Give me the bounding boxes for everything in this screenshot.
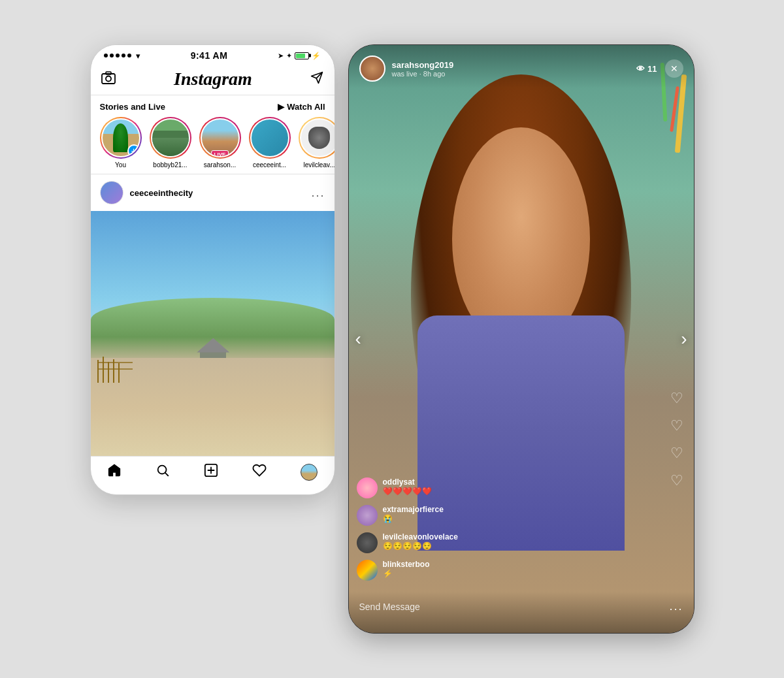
- comment-text-3: 😌😌😌😌😌: [383, 541, 458, 551]
- svg-rect-0: [102, 74, 115, 84]
- story-ring-bobby: [150, 117, 191, 159]
- post-more-button[interactable]: ...: [311, 186, 325, 200]
- svg-point-1: [106, 76, 111, 81]
- status-time: 9:41 AM: [191, 50, 228, 61]
- comment-username-2: extramajorfierce: [383, 505, 444, 514]
- story-item-sarah[interactable]: LIVE sarahson...: [199, 117, 241, 169]
- story-item-levil[interactable]: levilcleav...: [299, 117, 335, 169]
- floating-hearts: ♡ ♡ ♡ ♡: [670, 390, 683, 489]
- story-label-you: You: [115, 161, 126, 169]
- live-next-button[interactable]: ›: [681, 329, 687, 349]
- story-ring-you: +: [100, 117, 142, 159]
- story-ring-ceecee: [249, 117, 291, 159]
- story-label-bobby: bobbyb21...: [153, 161, 187, 169]
- right-phone: sarahsong2019 was live · 8h ago 👁 11 ✕ ‹…: [348, 44, 694, 634]
- comment-row-2: extramajorfierce 😭: [357, 505, 686, 526]
- comment-content-3: levilcleavonlovelace 😌😌😌😌😌: [383, 532, 458, 551]
- post-username: ceeceeinthecity: [130, 188, 193, 198]
- live-prev-button[interactable]: ‹: [355, 329, 361, 349]
- comment-avatar-extramajor: [357, 505, 378, 526]
- float-heart-1: ♡: [670, 390, 683, 407]
- add-post-button[interactable]: [204, 463, 218, 481]
- watch-all-button[interactable]: ▶ Watch All: [278, 102, 325, 112]
- status-bar: ▾ 9:41 AM ➤ ✦ ⚡: [91, 45, 335, 63]
- add-story-button[interactable]: +: [127, 144, 140, 157]
- send-message-area[interactable]: Send Message ...: [359, 600, 683, 613]
- float-heart-2: ♡: [670, 417, 683, 434]
- beach-fence: [97, 357, 120, 383]
- story-label-ceecee: ceeceeint...: [253, 161, 286, 169]
- comment-text-1: ❤️❤️❤️❤️❤️: [383, 487, 432, 496]
- comments-section: oddlysat ❤️❤️❤️❤️❤️ extramajorfierce 😭 l…: [349, 477, 694, 587]
- left-phone: ▾ 9:41 AM ➤ ✦ ⚡ Instagram: [90, 44, 335, 495]
- live-username: sarahsong2019: [392, 60, 454, 70]
- live-user-avatar: [359, 56, 385, 82]
- post-image: [91, 211, 335, 456]
- send-message-label[interactable]: Send Message: [359, 602, 420, 612]
- story-ring-sarah: LIVE: [199, 117, 241, 159]
- signal-dots: ▾: [104, 51, 140, 61]
- live-header: sarahsong2019 was live · 8h ago 👁 11 ✕: [349, 45, 694, 88]
- post-header: ceeceeinthecity ...: [91, 174, 335, 211]
- live-viewers: 👁 11: [636, 64, 657, 74]
- instagram-logo: Instagram: [174, 69, 252, 89]
- comment-row-3: levilcleavonlovelace 😌😌😌😌😌: [357, 532, 686, 553]
- story-avatar-ceecee: [250, 118, 289, 157]
- stories-row: + You bobbyb21...: [91, 117, 335, 169]
- float-heart-3: ♡: [670, 445, 683, 462]
- live-user-details: sarahsong2019 was live · 8h ago: [392, 60, 454, 78]
- wifi-icon: ▾: [136, 51, 140, 61]
- search-button[interactable]: [155, 463, 170, 481]
- story-avatar-sarah: LIVE: [201, 118, 240, 157]
- status-icons: ➤ ✦ ⚡: [278, 52, 321, 60]
- dot4: [122, 54, 125, 57]
- story-item-you[interactable]: + You: [100, 117, 142, 169]
- story-avatar-levil: [300, 118, 335, 157]
- story-item-ceecee[interactable]: ceeceeint...: [249, 117, 291, 169]
- live-status: was live · 8h ago: [392, 70, 454, 78]
- live-video-background: sarahsong2019 was live · 8h ago 👁 11 ✕ ‹…: [349, 45, 694, 633]
- camera-button[interactable]: [101, 71, 116, 88]
- comment-content-1: oddlysat ❤️❤️❤️❤️❤️: [383, 477, 432, 496]
- close-live-button[interactable]: ✕: [665, 59, 683, 78]
- comment-avatar-blink: [357, 560, 378, 581]
- charging-icon: ⚡: [312, 52, 321, 60]
- send-button[interactable]: [310, 71, 323, 88]
- activity-button[interactable]: [252, 463, 267, 481]
- story-label-sarah: sarahson...: [204, 161, 236, 169]
- comment-content-4: blinksterboo ⚡: [383, 560, 430, 578]
- bluetooth-icon: ✦: [286, 52, 292, 60]
- live-more-button[interactable]: ...: [669, 600, 683, 613]
- dot1: [104, 54, 108, 57]
- eye-icon: 👁: [636, 64, 645, 74]
- ig-header: Instagram: [91, 63, 335, 95]
- dot5: [127, 54, 131, 57]
- location-icon: ➤: [278, 52, 284, 60]
- story-item-bobby[interactable]: bobbyb21...: [150, 117, 191, 169]
- stories-section: Stories and Live ▶ Watch All + You: [91, 95, 335, 174]
- post-user[interactable]: ceeceeinthecity: [100, 181, 193, 204]
- live-badge: LIVE: [211, 150, 229, 157]
- story-avatar-you: +: [101, 118, 140, 157]
- home-button[interactable]: [107, 463, 122, 481]
- dot3: [116, 54, 120, 57]
- battery-icon: [295, 52, 309, 59]
- comment-username-1: oddlysat: [383, 477, 432, 487]
- app-container: ▾ 9:41 AM ➤ ✦ ⚡ Instagram: [77, 31, 708, 647]
- live-header-right: 👁 11 ✕: [636, 59, 683, 78]
- battery-fill: [296, 54, 305, 58]
- comment-avatar-levil: [357, 532, 378, 553]
- profile-button[interactable]: [301, 464, 318, 481]
- stories-title: Stories and Live: [100, 102, 165, 112]
- play-icon: ▶: [278, 102, 284, 112]
- story-label-levil: levilcleav...: [303, 161, 334, 169]
- comment-username-3: levilcleavonlovelace: [383, 532, 458, 541]
- beach-sand: [91, 358, 335, 456]
- comment-username-4: blinksterboo: [383, 560, 430, 569]
- live-user-info: sarahsong2019 was live · 8h ago: [359, 56, 454, 82]
- story-ring-levil: [299, 117, 335, 159]
- stories-header: Stories and Live ▶ Watch All: [91, 102, 335, 117]
- svg-rect-2: [106, 72, 111, 74]
- post-avatar: [100, 181, 123, 204]
- comment-content-2: extramajorfierce 😭: [383, 505, 444, 523]
